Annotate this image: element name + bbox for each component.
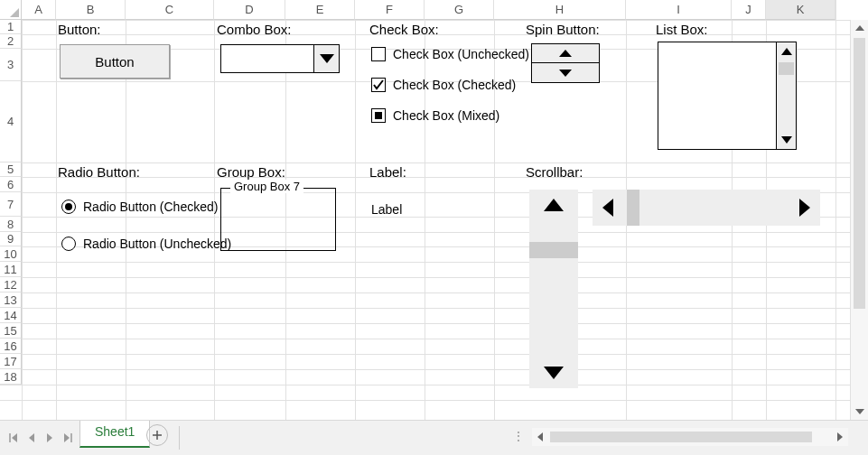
row-header-3[interactable]: 3 (0, 49, 22, 81)
group-box[interactable]: Group Box 7 (220, 188, 336, 251)
svg-marker-16 (64, 433, 70, 442)
header-radio: Radio Button: (58, 164, 140, 180)
form-scrollbar-v-thumb[interactable] (529, 242, 578, 258)
window-horizontal-scrollbar[interactable] (532, 428, 848, 446)
row-header-1[interactable]: 1 (0, 20, 22, 34)
column-header-B[interactable]: B (56, 0, 126, 20)
radio-checked-circle[interactable] (61, 200, 76, 214)
window-vertical-scrollbar[interactable] (850, 20, 868, 420)
column-header-H[interactable]: H (494, 0, 626, 20)
radio-unchecked-circle[interactable] (61, 237, 76, 251)
spin-button[interactable] (531, 43, 600, 83)
row-header-17[interactable]: 17 (0, 354, 22, 369)
row-header-4[interactable]: 4 (0, 81, 22, 162)
row-header-16[interactable]: 16 (0, 339, 22, 354)
header-combo: Combo Box: (217, 22, 292, 37)
worksheet-grid[interactable]: ABCDEFGHIJK 123456789101112131415161718 … (0, 0, 850, 420)
button-control[interactable]: Button (60, 44, 170, 79)
header-check: Check Box: (369, 22, 439, 37)
row-header-6[interactable]: 6 (0, 177, 22, 192)
form-scrollbar-h-right[interactable] (789, 190, 820, 226)
column-header-K[interactable]: K (766, 0, 835, 20)
checkbox-mixed-box[interactable] (371, 108, 386, 123)
header-spin: Spin Button: (526, 22, 600, 37)
checkbox-mixed-row[interactable]: Check Box (Mixed) (371, 108, 499, 123)
combo-box-arrow[interactable] (313, 45, 339, 72)
header-label: Label: (369, 164, 406, 180)
svg-marker-1 (320, 54, 334, 63)
tab-nav-last[interactable] (60, 421, 76, 455)
radio-checked-label: Radio Button (Checked) (83, 200, 218, 214)
window-scroll-thumb[interactable] (854, 38, 865, 309)
form-scrollbar-v-up[interactable] (529, 190, 578, 220)
row-header-13[interactable]: 13 (0, 292, 22, 308)
header-button: Button: (58, 22, 101, 37)
form-scrollbar-v-down[interactable] (529, 358, 578, 388)
form-scrollbar-h-thumb[interactable] (627, 190, 639, 226)
sheet-tab-bar: Sheet1 ⋮ (0, 420, 868, 455)
tab-nav-first[interactable] (5, 421, 22, 455)
svg-marker-20 (537, 432, 543, 441)
checkbox-checked-row[interactable]: Check Box (Checked) (371, 78, 516, 92)
select-all-corner[interactable] (0, 0, 22, 20)
checkbox-unchecked-box[interactable] (371, 47, 386, 61)
window-hscroll-left[interactable] (532, 428, 548, 446)
row-header-9[interactable]: 9 (0, 232, 22, 246)
tabbar-drag-handle[interactable]: ⋮ (513, 430, 525, 442)
header-scroll: Scrollbar: (526, 164, 583, 180)
column-header-D[interactable]: D (214, 0, 285, 20)
radio-unchecked-row[interactable]: Radio Button (Unchecked) (61, 237, 231, 251)
svg-marker-8 (602, 199, 613, 217)
sheet-tab-active[interactable]: Sheet1 (79, 421, 150, 448)
column-header-F[interactable]: F (355, 0, 425, 20)
window-scroll-down[interactable] (851, 404, 868, 420)
column-header-I[interactable]: I (626, 0, 732, 20)
checkbox-unchecked-row[interactable]: Check Box (Unchecked) (371, 47, 529, 61)
row-header-10[interactable]: 10 (0, 246, 22, 262)
svg-marker-14 (29, 433, 34, 442)
checkbox-unchecked-label: Check Box (Unchecked) (393, 47, 529, 61)
header-group: Group Box: (217, 164, 285, 180)
row-header-15[interactable]: 15 (0, 323, 22, 339)
row-header-7[interactable]: 7 (0, 192, 22, 217)
row-header-14[interactable]: 14 (0, 308, 22, 323)
label-control: Label (371, 202, 402, 217)
window-hscroll-thumb[interactable] (550, 432, 812, 442)
row-header-12[interactable]: 12 (0, 277, 22, 292)
listbox-scroll-thumb[interactable] (779, 62, 794, 75)
row-header-5[interactable]: 5 (0, 162, 22, 177)
add-sheet-button[interactable] (146, 424, 168, 446)
tab-nav-next[interactable] (42, 421, 58, 455)
window-hscroll-right[interactable] (832, 428, 848, 446)
checkbox-mixed-label: Check Box (Mixed) (393, 108, 499, 123)
column-header-J[interactable]: J (732, 0, 766, 20)
row-header-18[interactable]: 18 (0, 369, 22, 385)
listbox-scrollbar[interactable] (776, 42, 796, 149)
form-scrollbar-vertical[interactable] (529, 190, 578, 388)
list-box[interactable] (658, 42, 797, 150)
column-header-G[interactable]: G (425, 0, 494, 20)
svg-marker-13 (12, 433, 17, 442)
listbox-scroll-up[interactable] (777, 42, 796, 60)
column-header-E[interactable]: E (285, 0, 355, 20)
form-scrollbar-h-left[interactable] (593, 190, 623, 226)
spin-up[interactable] (532, 44, 599, 63)
radio-checked-row[interactable]: Radio Button (Checked) (61, 200, 218, 214)
window-scroll-up[interactable] (851, 20, 868, 36)
checkbox-checked-box[interactable] (371, 78, 386, 92)
tab-nav-prev[interactable] (23, 421, 40, 455)
listbox-scroll-down[interactable] (777, 131, 796, 149)
button-control-label: Button (95, 54, 134, 70)
checkbox-checked-label: Check Box (Checked) (393, 78, 516, 92)
spin-down[interactable] (532, 63, 599, 82)
row-header-2[interactable]: 2 (0, 34, 22, 49)
combo-box[interactable] (220, 44, 340, 73)
svg-marker-2 (559, 50, 572, 57)
form-scrollbar-horizontal[interactable] (593, 190, 820, 226)
column-header-A[interactable]: A (22, 0, 56, 20)
row-header-11[interactable]: 11 (0, 262, 22, 277)
radio-unchecked-label: Radio Button (Unchecked) (83, 237, 231, 251)
row-header-8[interactable]: 8 (0, 217, 22, 232)
svg-marker-3 (559, 70, 572, 77)
column-header-C[interactable]: C (126, 0, 214, 20)
